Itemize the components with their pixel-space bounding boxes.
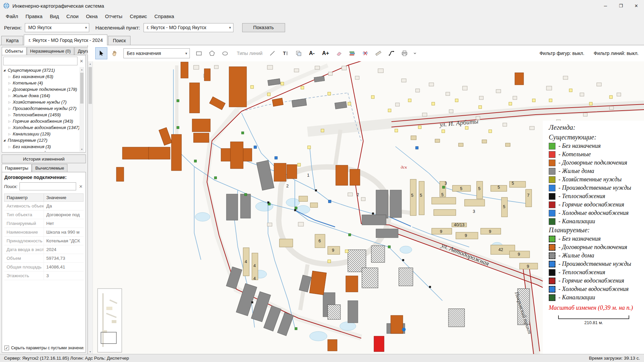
parameter-row[interactable]: Объем59734,73 xyxy=(4,254,84,263)
scroll-down-icon[interactable]: ▼ xyxy=(89,349,92,354)
expand-arrow-icon[interactable]: ▷ xyxy=(8,145,13,148)
document-tab[interactable]: г. Якутск - МО Город Якутск - 2024 xyxy=(24,35,107,45)
scroll-up-icon[interactable]: ▲ xyxy=(89,61,92,66)
menu-item[interactable]: Отчеты xyxy=(101,12,126,20)
expand-arrow-icon[interactable]: ▷ xyxy=(8,88,13,91)
parameter-row[interactable]: Активность объектаДа xyxy=(4,202,84,210)
expand-arrow-icon[interactable]: ◢ xyxy=(3,69,8,72)
parameter-row[interactable]: ПланируемыйНет xyxy=(4,219,84,228)
sidebar-tab[interactable]: Неразмещенные (0) xyxy=(27,47,74,55)
layer-colors-tool[interactable] xyxy=(346,47,358,59)
scroll-down-icon[interactable]: ▼ xyxy=(81,147,83,152)
hide-empty-checkbox[interactable]: ✓ Скрыть параметры с пустыми значениями xyxy=(4,344,84,351)
tree-item[interactable]: ▷Холодные водоснабжения (1347) xyxy=(3,124,79,131)
menu-item[interactable]: Справка xyxy=(151,12,178,20)
scroll-thumb[interactable] xyxy=(89,67,92,104)
map-scrollbar[interactable]: ▲ ▼ xyxy=(88,61,93,354)
clear-search-icon[interactable]: ✕ xyxy=(79,59,84,64)
history-tab[interactable]: История изменений xyxy=(2,155,86,163)
tree-item[interactable]: ▷Горячие водоснабжения (343) xyxy=(3,118,79,124)
document-tab[interactable]: Поиск xyxy=(108,36,130,45)
scroll-thumb[interactable] xyxy=(80,73,84,104)
draw-line-tool[interactable] xyxy=(266,47,278,59)
sidebar-tab[interactable]: Объекты xyxy=(2,47,26,55)
tree-item[interactable]: ▷Канализации (129) xyxy=(3,131,79,137)
tree-group[interactable]: ◢Существующие (3721) xyxy=(3,67,79,73)
tree-item[interactable]: ▷Договорные подключения (6) xyxy=(3,150,79,152)
tree-scrollbar[interactable]: ▲ ▼ xyxy=(79,67,84,152)
menu-item[interactable]: Правка xyxy=(22,12,46,20)
tree-item[interactable]: ▷Без назначения (3) xyxy=(3,143,79,150)
menu-item[interactable]: Окна xyxy=(82,12,101,20)
parameter-row[interactable]: Дата ввода в эксплуат2024 xyxy=(4,245,84,254)
expand-arrow-icon[interactable]: ▷ xyxy=(8,75,13,78)
menu-item[interactable]: Файл xyxy=(2,12,22,20)
expand-arrow-icon[interactable]: ▷ xyxy=(8,81,13,85)
tree-group[interactable]: ◢Планируемые (127) xyxy=(3,137,79,143)
parameter-row[interactable]: НаименованиеШкола на 990 м xyxy=(4,228,84,237)
region-combobox[interactable]: МО Якутск ▾ xyxy=(25,23,89,32)
parameter-row[interactable]: Тип объектаДоговорное под xyxy=(4,210,84,219)
expand-arrow-icon[interactable]: ◢ xyxy=(3,139,8,142)
clear-params-search-icon[interactable]: ✕ xyxy=(78,184,84,189)
menu-item[interactable]: Сервис xyxy=(126,12,151,20)
show-button[interactable]: Показать xyxy=(242,23,285,32)
print-button[interactable] xyxy=(398,47,411,59)
close-button[interactable]: ✕ xyxy=(629,0,644,11)
tree-item[interactable]: ▷Теплоснабжения (1459) xyxy=(3,112,79,118)
route-tool[interactable] xyxy=(385,47,397,59)
expand-arrow-icon[interactable]: ▷ xyxy=(8,101,13,104)
tree-item-label: Теплоснабжения (1459) xyxy=(13,112,61,117)
expand-arrow-icon[interactable]: ▷ xyxy=(8,94,13,98)
legend-item: - Жилые дома xyxy=(549,252,641,259)
document-tab[interactable]: Карта xyxy=(1,36,23,45)
font-increase-button[interactable]: A+ xyxy=(319,47,332,59)
tree-item[interactable]: ▷Котельные (4) xyxy=(3,80,79,86)
tree-item[interactable]: ▷Без назначения (63) xyxy=(3,73,79,80)
objects-search-input[interactable] xyxy=(3,57,77,65)
parameter-row[interactable]: Общая площадь14086,41 xyxy=(4,263,84,272)
hide-lines-tool[interactable] xyxy=(359,47,371,59)
parameter-row[interactable]: Принадлежность к коКотельная "ДСК xyxy=(4,237,84,245)
svg-text:6: 6 xyxy=(319,239,321,243)
params-search-input[interactable] xyxy=(19,182,76,190)
expand-arrow-icon[interactable]: ▷ xyxy=(8,107,13,110)
measure-tool[interactable] xyxy=(372,47,384,59)
menu-item[interactable]: Слои xyxy=(63,12,82,20)
column-header-value[interactable]: Значение xyxy=(44,194,84,202)
expand-arrow-icon[interactable]: ▷ xyxy=(8,132,13,136)
draw-ellipse-tool[interactable] xyxy=(219,47,231,59)
column-header-parameter[interactable]: Параметр xyxy=(4,194,44,202)
text-tool[interactable]: T xyxy=(279,47,291,59)
font-decrease-button[interactable]: A- xyxy=(306,47,318,59)
assignment-combobox[interactable]: Без назначения▾ xyxy=(123,48,190,58)
expand-arrow-icon[interactable]: ▷ xyxy=(8,126,13,129)
scroll-up-icon[interactable]: ▲ xyxy=(81,67,83,72)
draw-polygon-tool[interactable] xyxy=(206,47,218,59)
eraser-tool[interactable] xyxy=(333,47,345,59)
tree-item[interactable]: ▷Договорные подключения (178) xyxy=(3,86,79,93)
svg-text:2: 2 xyxy=(286,184,289,188)
toolbar-overflow-button[interactable] xyxy=(412,47,418,59)
legend-swatch xyxy=(549,210,555,217)
pan-tool[interactable] xyxy=(108,47,120,59)
copy-shapes-tool[interactable] xyxy=(292,47,305,59)
expand-arrow-icon[interactable]: ▷ xyxy=(8,120,13,123)
tree-group-label: Планируемые (127) xyxy=(8,138,47,143)
parameter-tab[interactable]: Параметры xyxy=(2,164,32,172)
expand-arrow-icon[interactable]: ▷ xyxy=(8,152,13,152)
overview-minimap[interactable] xyxy=(98,289,122,352)
expand-arrow-icon[interactable]: ▷ xyxy=(8,113,13,117)
minimize-button[interactable]: ─ xyxy=(598,0,613,11)
tree-item[interactable]: ▷Производственные нужды (27) xyxy=(3,105,79,112)
parameter-row[interactable]: Этажность3 xyxy=(4,272,84,280)
tree-item[interactable]: ▷Жилые дома (164) xyxy=(3,93,79,99)
settlement-combobox[interactable]: г. Якутск - МО Город Якутск ▾ xyxy=(144,23,233,32)
menu-item[interactable]: Вид xyxy=(46,12,63,20)
tree-item[interactable]: ▷Хозяйственные нужды (7) xyxy=(3,99,79,105)
parameter-tab[interactable]: Вычисляемые xyxy=(32,164,67,172)
draw-rectangle-tool[interactable] xyxy=(193,47,205,59)
select-tool[interactable] xyxy=(95,47,107,59)
maximize-button[interactable]: ❐ xyxy=(613,0,629,11)
checkbox-icon[interactable]: ✓ xyxy=(4,346,9,350)
